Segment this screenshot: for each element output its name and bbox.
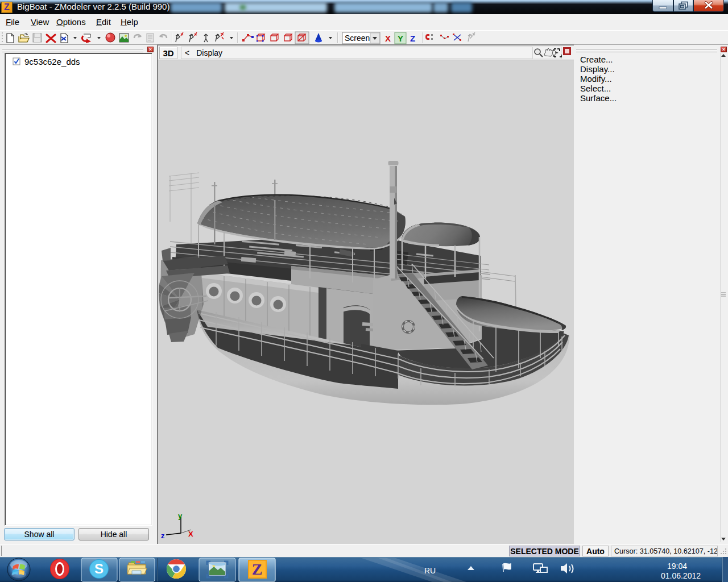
svg-text:Y: Y bbox=[398, 34, 403, 43]
svg-text:RU: RU bbox=[424, 566, 436, 575]
svg-text:19:04: 19:04 bbox=[667, 562, 687, 571]
svg-text:Screen: Screen bbox=[345, 34, 370, 43]
svg-text:01.06.2012: 01.06.2012 bbox=[661, 571, 701, 580]
svg-text:z: z bbox=[161, 531, 165, 540]
svg-text:Z: Z bbox=[410, 34, 415, 43]
svg-text:Z: Z bbox=[252, 560, 263, 578]
svg-text:X: X bbox=[188, 530, 193, 538]
svg-text:y: y bbox=[178, 512, 183, 520]
svg-text:S: S bbox=[94, 561, 104, 576]
svg-text:X: X bbox=[385, 34, 391, 43]
